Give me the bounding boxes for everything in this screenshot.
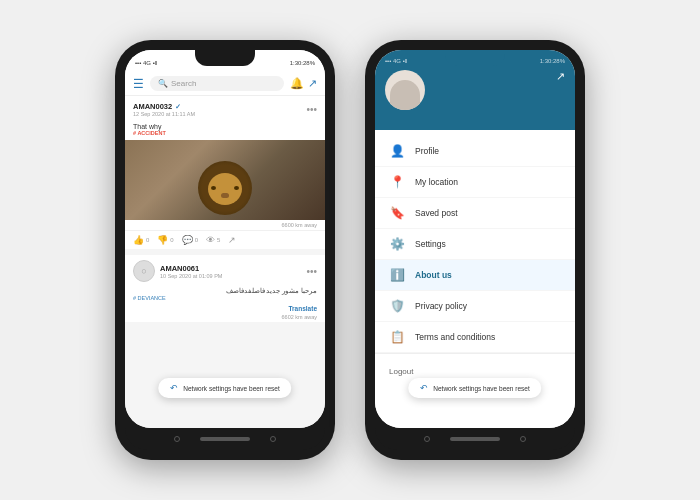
menu-screen: ••• 4G •ll 1:30:28% ↗ 👤 Profile 📍 My loc… [375, 50, 575, 428]
notch-2 [445, 50, 505, 66]
carrier-1: ••• 4G •ll [135, 60, 157, 66]
menu-item-privacy[interactable]: 🛡️ Privacy policy [375, 291, 575, 322]
notch-1 [195, 50, 255, 66]
view-icon: 👁 [206, 235, 215, 245]
share-icon[interactable]: ↗ [308, 77, 317, 90]
avatar-shape [390, 80, 420, 110]
share-action[interactable]: ↗ [228, 235, 236, 245]
dislike-icon: 👎 [157, 235, 168, 245]
nav-bar-1: ☰ 🔍 Search 🔔 ↗ [125, 72, 325, 96]
lion-eye-right [234, 186, 239, 190]
home-indicator-2[interactable] [450, 437, 500, 441]
menu-label-privacy: Privacy policy [415, 301, 467, 311]
comment-icon: 💬 [182, 235, 193, 245]
location-icon: 📍 [389, 175, 405, 189]
home-indicator-1[interactable] [200, 437, 250, 441]
post-avatar-2: ○ [133, 260, 155, 282]
post-dots-1[interactable]: ••• [306, 104, 317, 115]
verified-icon-1: ✓ [175, 103, 181, 111]
toast-2: ↶ Network settings have been reset [408, 378, 541, 398]
lion-nose [221, 193, 229, 198]
post-caption-arabic: مرحبا مشور جديد فاصلفدفاصف [133, 287, 317, 295]
post-card-1: AMAN0032 ✓ 12 Sep 2020 at 11:11 AM ••• T… [125, 96, 325, 249]
share-icon-ph2[interactable]: ↗ [556, 70, 565, 83]
comment-count: 0 [195, 237, 198, 243]
post-distance-1: 6600 km away [125, 220, 325, 230]
search-icon: 🔍 [158, 79, 168, 88]
post-header-2: ○ AMAN0061 10 Sep 2020 at 01:09 PM ••• [125, 255, 325, 287]
menu-label-profile: Profile [415, 146, 439, 156]
nav-back-2[interactable] [424, 436, 430, 442]
share-icon-post: ↗ [228, 235, 236, 245]
nav-recent-1[interactable] [270, 436, 276, 442]
menu-item-terms[interactable]: 📋 Terms and conditions [375, 322, 575, 353]
time-2: 1:30:28% [540, 58, 565, 64]
post-username-1: AMAN0032 ✓ [133, 102, 181, 111]
bottom-bar-2 [375, 428, 575, 450]
logout-text[interactable]: Logout [389, 367, 413, 376]
like-icon: 👍 [133, 235, 144, 245]
toast-text-2: Network settings have been reset [433, 385, 529, 392]
settings-icon: ⚙️ [389, 237, 405, 251]
about-icon: ℹ️ [389, 268, 405, 282]
status-right-1: 1:30:28% [290, 60, 315, 66]
post-dots-2[interactable]: ••• [306, 266, 317, 277]
bell-icon[interactable]: 🔔 [290, 77, 304, 90]
post-meta-2: 10 Sep 2020 at 01:09 PM [160, 273, 222, 279]
hamburger-icon[interactable]: ☰ [133, 77, 144, 91]
status-left-1: ••• 4G •ll [135, 60, 157, 66]
post-tag-1: # ACCIDENT [133, 130, 317, 136]
lion-eye-left [211, 186, 216, 190]
dislike-action[interactable]: 👎 0 [157, 235, 173, 245]
saved-icon: 🔖 [389, 206, 405, 220]
menu-label-saved: Saved post [415, 208, 458, 218]
like-action[interactable]: 👍 0 [133, 235, 149, 245]
post-meta-1: 12 Sep 2020 at 11:11 AM [133, 111, 195, 117]
menu-item-profile[interactable]: 👤 Profile [375, 136, 575, 167]
avatar-placeholder-2: ○ [141, 266, 146, 276]
post-image-1 [125, 140, 325, 220]
toast-icon-2: ↶ [420, 383, 428, 393]
post-header-1: AMAN0032 ✓ 12 Sep 2020 at 11:11 AM ••• [125, 96, 325, 123]
menu-item-saved[interactable]: 🔖 Saved post [375, 198, 575, 229]
menu-label-about: About us [415, 270, 452, 280]
menu-avatar[interactable] [385, 70, 425, 110]
terms-icon: 📋 [389, 330, 405, 344]
post-card-2: ○ AMAN0061 10 Sep 2020 at 01:09 PM ••• م… [125, 255, 325, 322]
phone-2: ••• 4G •ll 1:30:28% ↗ 👤 Profile 📍 My loc… [365, 40, 585, 460]
post-username-2: AMAN0061 [160, 264, 222, 273]
post-user-info-2: AMAN0061 10 Sep 2020 at 01:09 PM [160, 264, 222, 279]
post-distance-2: 6602 km away [125, 312, 325, 322]
phone-2-screen: ••• 4G •ll 1:30:28% ↗ 👤 Profile 📍 My loc… [375, 50, 575, 428]
phone-1: ••• 4G •ll 1:30:28% ☰ 🔍 Search 🔔 ↗ [115, 40, 335, 460]
privacy-icon: 🛡️ [389, 299, 405, 313]
menu-label-settings: Settings [415, 239, 446, 249]
menu-item-about[interactable]: ℹ️ About us [375, 260, 575, 291]
menu-item-location[interactable]: 📍 My location [375, 167, 575, 198]
toast-1: ↶ Network settings have been reset [158, 378, 291, 398]
comment-action[interactable]: 💬 0 [182, 235, 198, 245]
view-action: 👁 5 [206, 235, 220, 245]
post-actions-1: 👍 0 👎 0 💬 0 👁 5 [125, 230, 325, 249]
post-caption-1: That why # ACCIDENT [125, 123, 325, 140]
translate-button[interactable]: Translate [125, 305, 325, 312]
username-text-1: AMAN0032 [133, 102, 172, 111]
carrier-2: ••• 4G •ll [385, 58, 407, 64]
lion-graphic [195, 155, 255, 220]
search-box[interactable]: 🔍 Search [150, 76, 284, 91]
nav-back-1[interactable] [174, 436, 180, 442]
like-count: 0 [146, 237, 149, 243]
menu-label-location: My location [415, 177, 458, 187]
search-placeholder: Search [171, 79, 196, 88]
post-user-1: AMAN0032 ✓ 12 Sep 2020 at 11:11 AM [133, 102, 195, 117]
post-content-2: مرحبا مشور جديد فاصلفدفاصف # DEVIANCE [125, 287, 325, 305]
caption-text-1: That why [133, 123, 317, 130]
post-tag-2: # DEVIANCE [133, 295, 317, 301]
post-user2: ○ AMAN0061 10 Sep 2020 at 01:09 PM [133, 260, 222, 282]
menu-label-terms: Terms and conditions [415, 332, 495, 342]
view-count: 5 [217, 237, 220, 243]
dislike-count: 0 [170, 237, 173, 243]
menu-item-settings[interactable]: ⚙️ Settings [375, 229, 575, 260]
nav-icons: 🔔 ↗ [290, 77, 317, 90]
nav-recent-2[interactable] [520, 436, 526, 442]
